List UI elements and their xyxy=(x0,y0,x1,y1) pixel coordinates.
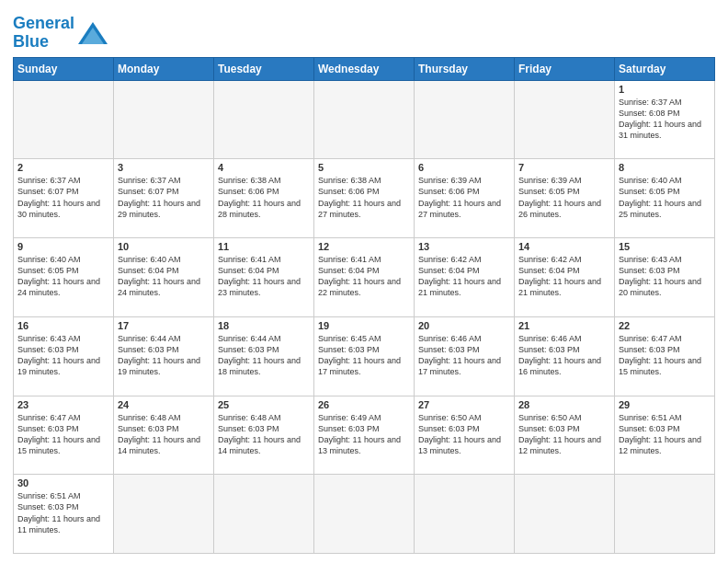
day-info: Sunrise: 6:38 AMSunset: 6:06 PMDaylight:… xyxy=(218,175,310,220)
logo-general: General xyxy=(13,14,74,32)
day-info: Sunrise: 6:51 AMSunset: 6:03 PMDaylight:… xyxy=(17,490,109,535)
day-info: Sunrise: 6:37 AMSunset: 6:07 PMDaylight:… xyxy=(17,175,109,220)
day-number: 11 xyxy=(218,241,310,252)
day-cell-14: 14Sunrise: 6:42 AMSunset: 6:04 PMDayligh… xyxy=(515,238,615,317)
day-cell-6: 6Sunrise: 6:39 AMSunset: 6:06 PMDaylight… xyxy=(415,159,515,238)
week-row-0: 1Sunrise: 6:37 AMSunset: 6:08 PMDaylight… xyxy=(14,80,715,159)
logo-blue: Blue xyxy=(13,32,49,51)
day-number: 12 xyxy=(318,241,410,252)
day-cell-28: 28Sunrise: 6:50 AMSunset: 6:03 PMDayligh… xyxy=(515,396,615,475)
week-row-2: 9Sunrise: 6:40 AMSunset: 6:05 PMDaylight… xyxy=(14,238,715,317)
day-cell-19: 19Sunrise: 6:45 AMSunset: 6:03 PMDayligh… xyxy=(314,316,415,396)
day-cell-15: 15Sunrise: 6:43 AMSunset: 6:03 PMDayligh… xyxy=(615,238,715,317)
day-info: Sunrise: 6:48 AMSunset: 6:03 PMDaylight:… xyxy=(118,412,210,457)
day-number: 28 xyxy=(518,399,610,410)
day-info: Sunrise: 6:37 AMSunset: 6:07 PMDaylight:… xyxy=(118,175,210,220)
day-cell-9: 9Sunrise: 6:40 AMSunset: 6:05 PMDaylight… xyxy=(14,238,114,317)
col-header-saturday: Saturday xyxy=(615,57,715,80)
day-number: 6 xyxy=(418,162,510,173)
day-cell-empty xyxy=(114,80,214,159)
day-info: Sunrise: 6:49 AMSunset: 6:03 PMDaylight:… xyxy=(318,412,410,457)
week-row-5: 30Sunrise: 6:51 AMSunset: 6:03 PMDayligh… xyxy=(14,475,715,554)
day-cell-22: 22Sunrise: 6:47 AMSunset: 6:03 PMDayligh… xyxy=(615,316,715,396)
day-number: 17 xyxy=(118,320,210,331)
day-number: 18 xyxy=(218,320,310,331)
day-number: 5 xyxy=(318,162,410,173)
day-cell-18: 18Sunrise: 6:44 AMSunset: 6:03 PMDayligh… xyxy=(214,316,314,396)
day-cell-13: 13Sunrise: 6:42 AMSunset: 6:04 PMDayligh… xyxy=(415,238,515,317)
day-number: 30 xyxy=(17,477,109,488)
week-row-3: 16Sunrise: 6:43 AMSunset: 6:03 PMDayligh… xyxy=(14,316,715,396)
day-info: Sunrise: 6:47 AMSunset: 6:03 PMDaylight:… xyxy=(17,412,109,457)
day-cell-empty xyxy=(515,80,615,159)
day-cell-29: 29Sunrise: 6:51 AMSunset: 6:03 PMDayligh… xyxy=(615,396,715,475)
logo: General Blue xyxy=(13,15,109,52)
day-cell-empty xyxy=(14,80,114,159)
day-cell-23: 23Sunrise: 6:47 AMSunset: 6:03 PMDayligh… xyxy=(14,396,114,475)
day-number: 3 xyxy=(118,162,210,173)
day-number: 22 xyxy=(619,320,711,331)
day-cell-17: 17Sunrise: 6:44 AMSunset: 6:03 PMDayligh… xyxy=(114,316,214,396)
day-cell-7: 7Sunrise: 6:39 AMSunset: 6:05 PMDaylight… xyxy=(515,159,615,238)
day-cell-empty xyxy=(214,80,314,159)
day-info: Sunrise: 6:40 AMSunset: 6:04 PMDaylight:… xyxy=(118,254,210,299)
day-cell-27: 27Sunrise: 6:50 AMSunset: 6:03 PMDayligh… xyxy=(415,396,515,475)
calendar-table: SundayMondayTuesdayWednesdayThursdayFrid… xyxy=(13,57,715,554)
day-number: 24 xyxy=(118,399,210,410)
day-info: Sunrise: 6:43 AMSunset: 6:03 PMDaylight:… xyxy=(17,333,109,378)
day-number: 1 xyxy=(619,84,711,95)
day-cell-empty xyxy=(114,475,214,554)
day-info: Sunrise: 6:46 AMSunset: 6:03 PMDaylight:… xyxy=(518,333,610,378)
day-cell-empty xyxy=(314,80,415,159)
day-cell-empty xyxy=(314,475,415,554)
col-header-monday: Monday xyxy=(114,57,214,80)
day-cell-11: 11Sunrise: 6:41 AMSunset: 6:04 PMDayligh… xyxy=(214,238,314,317)
day-cell-2: 2Sunrise: 6:37 AMSunset: 6:07 PMDaylight… xyxy=(14,159,114,238)
col-header-friday: Friday xyxy=(515,57,615,80)
day-cell-4: 4Sunrise: 6:38 AMSunset: 6:06 PMDaylight… xyxy=(214,159,314,238)
day-number: 10 xyxy=(118,241,210,252)
day-number: 26 xyxy=(318,399,410,410)
day-number: 19 xyxy=(318,320,410,331)
day-number: 23 xyxy=(17,399,109,410)
day-number: 29 xyxy=(619,399,711,410)
day-info: Sunrise: 6:41 AMSunset: 6:04 PMDaylight:… xyxy=(318,254,410,299)
col-header-thursday: Thursday xyxy=(415,57,515,80)
day-number: 21 xyxy=(518,320,610,331)
day-info: Sunrise: 6:42 AMSunset: 6:04 PMDaylight:… xyxy=(418,254,510,299)
day-number: 25 xyxy=(218,399,310,410)
day-number: 7 xyxy=(518,162,610,173)
day-cell-26: 26Sunrise: 6:49 AMSunset: 6:03 PMDayligh… xyxy=(314,396,415,475)
day-cell-empty xyxy=(415,475,515,554)
day-cell-21: 21Sunrise: 6:46 AMSunset: 6:03 PMDayligh… xyxy=(515,316,615,396)
day-cell-20: 20Sunrise: 6:46 AMSunset: 6:03 PMDayligh… xyxy=(415,316,515,396)
page: General Blue SundayMondayTuesdayWednesda… xyxy=(0,0,728,563)
day-info: Sunrise: 6:45 AMSunset: 6:03 PMDaylight:… xyxy=(318,333,410,378)
logo-icon xyxy=(76,20,109,46)
day-info: Sunrise: 6:40 AMSunset: 6:05 PMDaylight:… xyxy=(17,254,109,299)
day-cell-24: 24Sunrise: 6:48 AMSunset: 6:03 PMDayligh… xyxy=(114,396,214,475)
day-info: Sunrise: 6:50 AMSunset: 6:03 PMDaylight:… xyxy=(418,412,510,457)
day-cell-empty xyxy=(615,475,715,554)
day-cell-3: 3Sunrise: 6:37 AMSunset: 6:07 PMDaylight… xyxy=(114,159,214,238)
day-info: Sunrise: 6:47 AMSunset: 6:03 PMDaylight:… xyxy=(619,333,711,378)
day-cell-1: 1Sunrise: 6:37 AMSunset: 6:08 PMDaylight… xyxy=(615,80,715,159)
day-cell-30: 30Sunrise: 6:51 AMSunset: 6:03 PMDayligh… xyxy=(14,475,114,554)
day-number: 8 xyxy=(619,162,711,173)
day-cell-5: 5Sunrise: 6:38 AMSunset: 6:06 PMDaylight… xyxy=(314,159,415,238)
day-number: 9 xyxy=(17,241,109,252)
day-info: Sunrise: 6:44 AMSunset: 6:03 PMDaylight:… xyxy=(218,333,310,378)
day-info: Sunrise: 6:42 AMSunset: 6:04 PMDaylight:… xyxy=(518,254,610,299)
day-cell-empty xyxy=(515,475,615,554)
day-cell-empty xyxy=(415,80,515,159)
day-cell-12: 12Sunrise: 6:41 AMSunset: 6:04 PMDayligh… xyxy=(314,238,415,317)
day-number: 27 xyxy=(418,399,510,410)
day-cell-8: 8Sunrise: 6:40 AMSunset: 6:05 PMDaylight… xyxy=(615,159,715,238)
day-info: Sunrise: 6:37 AMSunset: 6:08 PMDaylight:… xyxy=(619,97,711,142)
day-info: Sunrise: 6:38 AMSunset: 6:06 PMDaylight:… xyxy=(318,175,410,220)
day-cell-25: 25Sunrise: 6:48 AMSunset: 6:03 PMDayligh… xyxy=(214,396,314,475)
day-number: 13 xyxy=(418,241,510,252)
header: General Blue xyxy=(13,11,715,52)
day-info: Sunrise: 6:44 AMSunset: 6:03 PMDaylight:… xyxy=(118,333,210,378)
week-row-4: 23Sunrise: 6:47 AMSunset: 6:03 PMDayligh… xyxy=(14,396,715,475)
